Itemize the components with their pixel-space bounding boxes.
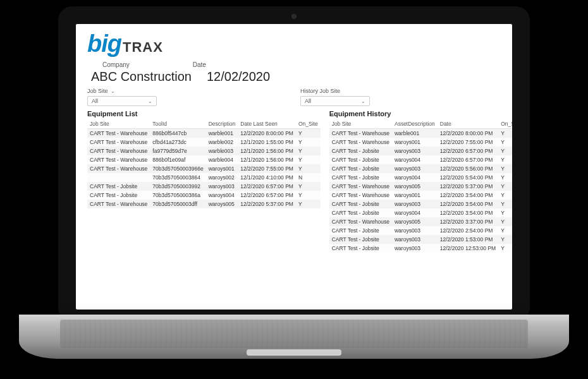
table-cell: 12/2/2020 6:57:00 PM	[438, 147, 498, 155]
table-cell: Y	[296, 164, 321, 173]
table-cell: waroys001	[206, 164, 238, 173]
table-cell: waroys005	[392, 217, 438, 226]
table-row[interactable]: CART Test - Jobsite70b3d5705000386awaroy…	[87, 191, 321, 200]
table-row[interactable]: CART Test - Jobsitewaroys00312/2/2020 3:…	[329, 200, 512, 208]
table-cell: 12/2/2020 1:53:00 PM	[438, 235, 498, 244]
filter-history-jobsite-label: History Job Site	[300, 88, 501, 94]
col-header[interactable]: On_Site	[498, 119, 512, 129]
table-cell: Y	[498, 164, 512, 173]
filter-history-jobsite-select[interactable]: All ⌄	[300, 96, 370, 106]
table-cell: CART Test - Jobsite	[329, 208, 392, 217]
table-row[interactable]: CART Test - Warehouse886b0f5447cbwarble0…	[87, 129, 321, 138]
table-cell: warble004	[206, 155, 238, 164]
col-header[interactable]: Job Site	[329, 119, 392, 129]
table-cell: waroys004	[206, 191, 238, 200]
table-cell: CART Test - Warehouse	[87, 200, 150, 208]
table-row[interactable]: CART Test - Warehousewaroys00512/2/2020 …	[329, 182, 512, 191]
table-cell: waroys005	[392, 182, 438, 191]
table-cell: 12/2/2020 5:37:00 PM	[238, 200, 296, 208]
table-cell: 12/1/2020 4:10:00 PM	[238, 173, 296, 182]
col-header[interactable]: ToolId	[150, 119, 205, 129]
col-header[interactable]: Job Site	[87, 119, 150, 129]
table-row[interactable]: CART Test - Warehousewarble00112/2/2020 …	[329, 129, 512, 138]
table-row[interactable]: CART Test - Jobsitewaroys00312/2/2020 2:…	[329, 226, 512, 235]
table-cell: Y	[498, 235, 512, 244]
chevron-down-icon: ⌄	[111, 88, 115, 94]
table-cell: waroys005	[206, 200, 238, 208]
table-cell: Y	[498, 226, 512, 235]
table-row[interactable]: CART Test - Warehouse70b3d57050003dffwar…	[87, 200, 321, 208]
table-cell: Y	[296, 200, 321, 208]
equipment-history-table: Job Site AssetDescription Date On_Site C…	[329, 119, 512, 253]
table-cell: CART Test - Jobsite	[329, 200, 392, 208]
equipment-list-title: Equipment List	[87, 110, 321, 117]
table-row[interactable]: CART Test - Warehousewaroys00112/2/2020 …	[329, 138, 512, 147]
equipment-list-panel: Equipment List Job Site ToolId Descripti…	[87, 110, 321, 253]
table-row[interactable]: CART Test - Warehouse70b3d57050003966ewa…	[87, 164, 321, 173]
table-cell: 70b3d57050003dff	[150, 200, 205, 208]
table-cell: CART Test - Warehouse	[87, 138, 150, 147]
table-cell: CART Test - Jobsite	[87, 182, 150, 191]
col-header[interactable]: AssetDescription	[392, 119, 438, 129]
table-row[interactable]: CART Test - Jobsite70b3d57050003992waroy…	[87, 182, 321, 191]
table-cell: 886b0f1e09af	[150, 155, 205, 164]
table-cell: 12/2/2020 8:00:00 PM	[238, 129, 296, 138]
table-cell: CART Test - Jobsite	[329, 173, 392, 182]
table-row[interactable]: CART Test - Jobsitewaroys00412/2/2020 5:…	[329, 173, 512, 182]
table-row[interactable]: CART Test - Warehousewaroys00112/2/2020 …	[329, 191, 512, 200]
table-cell: Y	[296, 147, 321, 155]
table-cell	[87, 173, 150, 182]
table-row[interactable]: 70b3d57050003864waroys00212/1/2020 4:10:…	[87, 173, 321, 182]
table-cell: warble003	[206, 147, 238, 155]
table-cell: Y	[498, 147, 512, 155]
table-cell: 12/2/2020 6:57:00 PM	[238, 182, 296, 191]
app-screen: big TRAX Company Date ABC Construction 1…	[76, 24, 512, 310]
table-cell: waroys003	[392, 147, 438, 155]
table-row[interactable]: CART Test - Jobsitewaroys00312/2/2020 6:…	[329, 147, 512, 155]
table-cell: CART Test - Warehouse	[329, 138, 392, 147]
table-cell: Y	[296, 191, 321, 200]
table-cell: CART Test - Warehouse	[87, 129, 150, 138]
equipment-list-table: Job Site ToolId Description Date Last Se…	[87, 119, 321, 208]
table-cell: CART Test - Warehouse	[87, 155, 150, 164]
table-row[interactable]: CART Test - Warehousewaroys00512/2/2020 …	[329, 217, 512, 226]
table-cell: 12/2/2020 3:54:00 PM	[438, 191, 498, 200]
table-row[interactable]: CART Test - Jobsitewaroys00412/2/2020 6:…	[329, 155, 512, 164]
table-cell: 70b3d57050003966e	[150, 164, 205, 173]
table-cell: Y	[296, 182, 321, 191]
table-cell: 12/1/2020 1:56:00 PM	[238, 155, 296, 164]
table-row[interactable]: CART Test - Jobsitewaroys00312/2/2020 1:…	[329, 235, 512, 244]
table-cell: Y	[498, 138, 512, 147]
table-row[interactable]: CART Test - Jobsitewaroys00312/2/2020 5:…	[329, 164, 512, 173]
table-cell: waroys003	[392, 235, 438, 244]
table-row[interactable]: CART Test - Jobsitewaroys00312/2/2020 12…	[329, 244, 512, 253]
filter-jobsite-label-text: Job Site	[87, 88, 108, 94]
header-labels: Company Date	[102, 61, 501, 68]
col-header[interactable]: Description	[206, 119, 238, 129]
table-row[interactable]: CART Test - Jobsitewaroys00412/2/2020 3:…	[329, 208, 512, 217]
equipment-history-panel: Equipment History Job Site AssetDescript…	[329, 110, 512, 253]
table-cell: Y	[296, 129, 321, 138]
table-cell: Y	[296, 138, 321, 147]
table-cell: 12/2/2020 12:53:00 PM	[438, 244, 498, 253]
table-cell: Y	[498, 217, 512, 226]
col-header[interactable]: On_Site	[296, 119, 321, 129]
col-header[interactable]: Date Last Seen	[238, 119, 296, 129]
table-cell: CART Test - Jobsite	[329, 235, 392, 244]
filter-jobsite-value: All	[92, 98, 98, 104]
table-cell: 12/2/2020 6:57:00 PM	[438, 155, 498, 164]
filter-jobsite-select[interactable]: All ⌄	[87, 96, 157, 106]
chevron-down-icon: ⌄	[361, 99, 365, 104]
col-header[interactable]: Date	[438, 119, 498, 129]
header-values: ABC Construction 12/02/2020	[91, 69, 501, 84]
keyboard	[60, 320, 528, 348]
table-cell: CART Test - Warehouse	[329, 191, 392, 200]
table-cell: CART Test - Warehouse	[87, 164, 150, 173]
table-row[interactable]: CART Test - Warehouse886b0f1e09afwarble0…	[87, 155, 321, 164]
table-cell: 12/1/2020 1:56:00 PM	[238, 147, 296, 155]
laptop-frame: big TRAX Company Date ABC Construction 1…	[58, 6, 530, 322]
table-cell: waroys003	[392, 226, 438, 235]
table-cell: 12/1/2020 1:55:00 PM	[238, 138, 296, 147]
table-row[interactable]: CART Test - Warehousefa9779d59d7ewarble0…	[87, 147, 321, 155]
table-row[interactable]: CART Test - Warehousecfbd41a273dcwarble0…	[87, 138, 321, 147]
